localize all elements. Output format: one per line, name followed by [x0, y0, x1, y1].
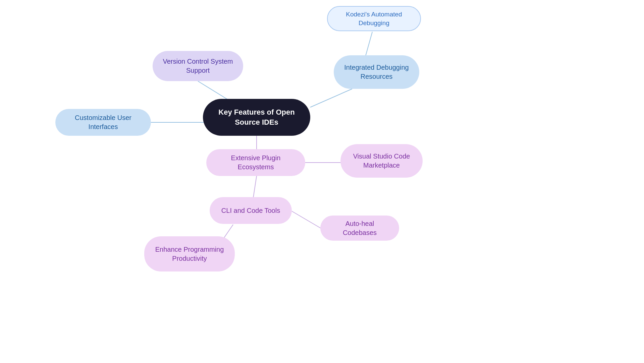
customizable-ui-node: Customizable User Interfaces	[55, 109, 151, 136]
auto-heal-node: Auto-heal Codebases	[320, 216, 399, 241]
kodezi-node: Kodezi's Automated Debugging	[327, 6, 421, 31]
enhance-productivity-node: Enhance Programming Productivity	[144, 236, 235, 271]
integrated-debugging-node: Integrated Debugging Resources	[334, 55, 419, 89]
plugin-ecosystems-node: Extensive Plugin Ecosystems	[206, 149, 305, 176]
version-control-node: Version Control System Support	[153, 51, 243, 81]
cli-tools-node: CLI and Code Tools	[210, 197, 292, 224]
center-node: Key Features of Open Source IDEs	[203, 99, 310, 136]
vscode-marketplace-node: Visual Studio Code Marketplace	[340, 144, 423, 178]
svg-line-1	[310, 89, 352, 107]
svg-line-6	[253, 176, 257, 198]
svg-line-7	[292, 211, 322, 229]
